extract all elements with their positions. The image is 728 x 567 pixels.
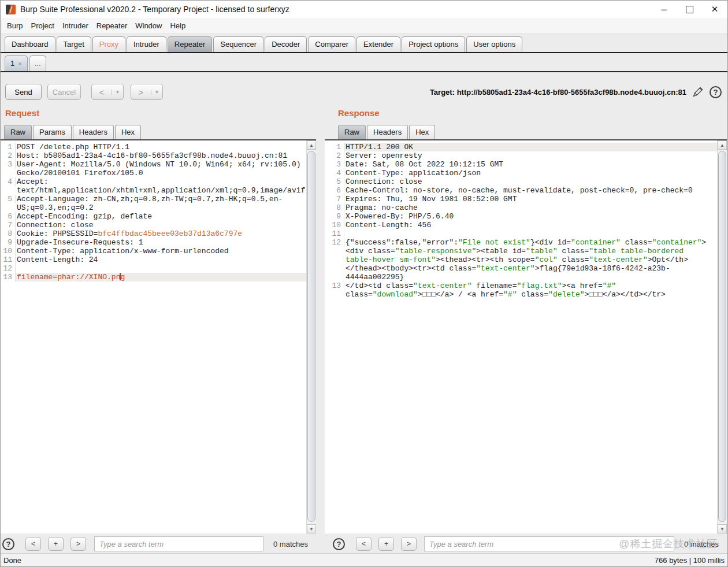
code-text[interactable]: Expires: Thu, 19 Nov 1981 08:52:00 GMT [344,195,717,203]
search-prev-button[interactable]: < [25,537,41,551]
request-code[interactable]: 1POST /delete.php HTTP/1.12Host: b5805ad… [1,140,306,533]
code-text[interactable]: Accept: text/html,application/xhtml+xml,… [16,177,306,195]
tab-dashboard[interactable]: Dashboard [5,36,55,52]
scroll-up-icon[interactable]: ▲ [718,140,727,150]
tab-user-options[interactable]: User options [466,36,522,52]
search-prev-button[interactable]: < [356,537,372,551]
code-text[interactable]: Content-Length: 24 [16,255,306,264]
code-text[interactable]: Content-Length: 456 [344,221,717,229]
code-text[interactable]: Date: Sat, 08 Oct 2022 10:12:15 GMT [344,160,717,169]
tab-decoder[interactable]: Decoder [265,36,307,52]
code-text[interactable]: Connection: close [16,221,306,229]
code-line[interactable]: 4Accept: text/html,application/xhtml+xml… [1,177,306,195]
response-scrollbar[interactable]: ▲ ▼ [717,140,727,533]
code-line[interactable]: 13</td><td class="text-center" filename=… [325,281,717,299]
code-text[interactable] [16,264,306,273]
menu-item-window[interactable]: Window [131,19,166,32]
menu-item-project[interactable]: Project [27,19,58,32]
code-line[interactable]: 5Connection: close [325,177,717,186]
send-button[interactable]: Send [5,84,42,100]
code-text[interactable]: Host: b5805ad1-23a4-4c16-bf80-5655fa3cf9… [16,151,306,160]
editor-tab-raw[interactable]: Raw [4,125,32,139]
close-tab-icon[interactable]: × [18,60,21,67]
code-line[interactable]: 9Upgrade-Insecure-Requests: 1 [1,238,306,247]
cancel-button[interactable]: Cancel [47,84,81,100]
code-text[interactable]: X-Powered-By: PHP/5.6.40 [344,212,717,221]
code-text[interactable]: POST /delete.php HTTP/1.1 [16,143,306,151]
editor-tab-hex[interactable]: Hex [409,125,435,139]
scroll-down-icon[interactable]: ▼ [718,524,727,533]
code-line[interactable]: 7Connection: close [1,221,306,229]
minimize-icon[interactable]: ─ [651,1,677,18]
code-line[interactable]: 3Date: Sat, 08 Oct 2022 10:12:15 GMT [325,160,717,169]
code-text[interactable]: Content-Type: application/x-www-form-url… [16,247,306,255]
tab-project-options[interactable]: Project options [402,36,465,52]
menu-item-repeater[interactable]: Repeater [92,19,131,32]
code-line[interactable]: 7Expires: Thu, 19 Nov 1981 08:52:00 GMT [325,195,717,203]
code-line[interactable]: 2Server: openresty [325,151,717,160]
code-text[interactable]: Server: openresty [344,151,717,160]
code-line[interactable]: 6Accept-Encoding: gzip, deflate [1,212,306,221]
help-icon[interactable]: ? [2,538,14,550]
code-text[interactable]: Cookie: PHPSESSID=bfc4ffbdac45beee03eb37… [16,229,306,238]
code-line[interactable]: 8Pragma: no-cache [325,203,717,212]
code-text[interactable]: {"success":false,"error":"File not exist… [344,238,717,281]
code-text[interactable]: Content-Type: application/json [344,169,717,177]
search-case-button[interactable]: + [48,537,64,551]
code-text[interactable]: </td><td class="text-center" filename="f… [344,281,717,299]
code-line[interactable]: 1HTTP/1.1 200 OK [325,143,717,151]
code-text[interactable]: Cache-Control: no-store, no-cache, must-… [344,186,717,195]
code-line[interactable]: 11Content-Length: 24 [1,255,306,264]
chevron-down-icon[interactable]: ▼ [151,90,162,95]
tab-sequencer[interactable]: Sequencer [213,36,263,52]
code-text[interactable]: Accept-Encoding: gzip, deflate [16,212,306,221]
maximize-icon[interactable] [677,1,702,18]
code-line[interactable]: 10Content-Type: application/x-www-form-u… [1,247,306,255]
code-text[interactable] [344,229,717,238]
scroll-up-icon[interactable]: ▲ [307,140,316,150]
code-line[interactable]: 5Accept-Language: zh-CN,zh;q=0.8,zh-TW;q… [1,195,306,212]
code-text[interactable]: filename=phar://XINO.png [16,273,306,281]
code-text[interactable]: User-Agent: Mozilla/5.0 (Windows NT 10.0… [16,160,306,177]
menu-item-intruder[interactable]: Intruder [58,19,92,32]
menu-item-burp[interactable]: Burp [3,19,27,32]
tab-extender[interactable]: Extender [356,36,400,52]
search-input[interactable] [94,536,263,551]
tab-comparer[interactable]: Comparer [308,36,355,52]
code-line[interactable]: 9X-Powered-By: PHP/5.6.40 [325,212,717,221]
request-scrollbar[interactable]: ▲ ▼ [306,140,316,533]
scrollbar-thumb[interactable] [307,151,315,522]
editor-tab-headers[interactable]: Headers [73,125,114,139]
editor-tab-params[interactable]: Params [33,125,72,139]
chevron-down-icon[interactable]: ▼ [112,90,123,95]
code-line[interactable]: 1POST /delete.php HTTP/1.1 [1,143,306,151]
scroll-down-icon[interactable]: ▼ [307,524,316,533]
code-line[interactable]: 2Host: b5805ad1-23a4-4c16-bf80-5655fa3cf… [1,151,306,160]
scrollbar-thumb[interactable] [718,151,726,522]
code-line[interactable]: 12 [1,264,306,273]
code-line[interactable]: 4Content-Type: application/json [325,169,717,177]
menu-item-help[interactable]: Help [166,19,190,32]
code-line[interactable]: 13filename=phar://XINO.png [1,273,306,281]
code-text[interactable]: Connection: close [344,177,717,186]
code-line[interactable]: 3User-Agent: Mozilla/5.0 (Windows NT 10.… [1,160,306,177]
repeater-tab-1[interactable]: 1 × [5,55,28,71]
code-line[interactable]: 12{"success":false,"error":"File not exi… [325,238,717,281]
editor-tab-raw[interactable]: Raw [338,125,366,139]
close-icon[interactable]: ✕ [702,1,727,18]
edit-target-icon[interactable] [692,86,704,98]
tab-target[interactable]: Target [57,36,91,52]
editor-tab-hex[interactable]: Hex [115,125,141,139]
help-icon[interactable]: ? [333,538,345,550]
code-text[interactable]: Accept-Language: zh-CN,zh;q=0.8,zh-TW;q=… [16,195,306,212]
tab-proxy[interactable]: Proxy [92,36,125,52]
code-text[interactable]: Pragma: no-cache [344,203,717,212]
code-line[interactable]: 6Cache-Control: no-store, no-cache, must… [325,186,717,195]
editor-tab-headers[interactable]: Headers [367,125,408,139]
help-icon[interactable]: ? [710,86,722,98]
code-line[interactable]: 8Cookie: PHPSESSID=bfc4ffbdac45beee03eb3… [1,229,306,238]
code-text[interactable]: HTTP/1.1 200 OK [344,143,717,151]
search-case-button[interactable]: + [378,537,394,551]
next-response-button[interactable]: > ▼ [131,84,163,100]
code-line[interactable]: 11 [325,229,717,238]
